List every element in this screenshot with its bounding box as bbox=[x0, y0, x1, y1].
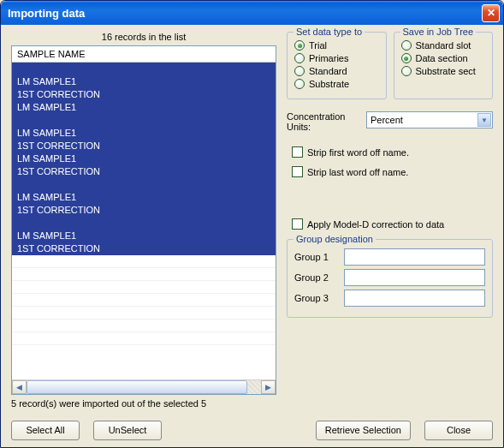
scroll-right-icon[interactable]: ▶ bbox=[261, 380, 276, 394]
list-item[interactable] bbox=[12, 63, 276, 75]
radio-icon bbox=[401, 53, 412, 63]
data-type-fieldset: Set data type to TrialPrimariesStandardS… bbox=[287, 32, 387, 99]
button-row: Select All UnSelect Retrieve Selection C… bbox=[11, 421, 493, 440]
list-header: SAMPLE NAME bbox=[12, 46, 276, 63]
list-item[interactable]: 1ST CORRECTION bbox=[12, 88, 276, 101]
radio-option[interactable]: Primaries bbox=[294, 53, 379, 63]
radio-label: Data section bbox=[416, 53, 468, 63]
window-title: Importing data bbox=[8, 7, 482, 20]
group-input[interactable] bbox=[344, 269, 485, 286]
list-item[interactable]: LM SAMPLE1 bbox=[12, 152, 276, 165]
list-item[interactable] bbox=[12, 255, 276, 268]
scroll-thumb[interactable] bbox=[27, 380, 247, 394]
list-item[interactable]: 1ST CORRECTION bbox=[12, 140, 276, 152]
strip-first-label: Strip first word off name. bbox=[307, 147, 409, 158]
radio-option[interactable]: Trial bbox=[294, 40, 379, 51]
concentration-value: Percent bbox=[371, 115, 403, 125]
list-item[interactable] bbox=[12, 307, 276, 320]
concentration-label: Concentration Units: bbox=[287, 111, 359, 132]
radio-icon bbox=[294, 79, 305, 89]
import-status-text: 5 record(s) were imported out of the sel… bbox=[11, 398, 276, 409]
data-type-legend: Set data type to bbox=[294, 27, 365, 37]
list-item[interactable]: LM SAMPLE1 bbox=[12, 230, 276, 242]
list-item[interactable]: LM SAMPLE1 bbox=[12, 75, 276, 88]
radio-option[interactable]: Standard slot bbox=[401, 40, 486, 51]
save-in-fieldset: Save in Job Tree Standard slotData secti… bbox=[394, 32, 494, 99]
close-button[interactable]: Close bbox=[424, 421, 493, 440]
radio-icon bbox=[294, 40, 305, 51]
radio-label: Standard bbox=[309, 66, 347, 76]
radio-label: Trial bbox=[309, 40, 327, 51]
group-label: Group 1 bbox=[294, 252, 339, 262]
left-panel: 16 records in the list SAMPLE NAME LM SA… bbox=[11, 32, 276, 409]
group-input[interactable] bbox=[344, 290, 485, 307]
radio-label: Primaries bbox=[309, 53, 348, 63]
group-label: Group 2 bbox=[294, 272, 339, 283]
list-item[interactable]: LM SAMPLE1 bbox=[12, 191, 276, 204]
strip-first-checkbox[interactable]: Strip first word off name. bbox=[292, 146, 493, 158]
right-panel: Set data type to TrialPrimariesStandardS… bbox=[287, 32, 493, 409]
content-area: 16 records in the list SAMPLE NAME LM SA… bbox=[1, 25, 503, 447]
retrieve-selection-button[interactable]: Retrieve Selection bbox=[316, 421, 411, 440]
importing-data-window: Importing data ✕ 16 records in the list … bbox=[0, 0, 504, 448]
scroll-track[interactable] bbox=[27, 380, 261, 394]
radio-icon bbox=[401, 66, 412, 76]
horizontal-scrollbar[interactable]: ◀ ▶ bbox=[12, 379, 276, 394]
group-row: Group 2 bbox=[294, 269, 485, 286]
apply-modeld-label: Apply Model-D correction to data bbox=[307, 219, 444, 230]
close-icon[interactable]: ✕ bbox=[482, 4, 500, 22]
radio-label: Standard slot bbox=[416, 40, 471, 51]
group-input[interactable] bbox=[344, 248, 485, 266]
list-item[interactable] bbox=[12, 217, 276, 230]
unselect-button[interactable]: UnSelect bbox=[93, 421, 162, 440]
concentration-row: Concentration Units: Percent ▼ bbox=[287, 111, 493, 132]
save-in-legend: Save in Job Tree bbox=[400, 27, 477, 37]
radio-label: Substrate sect bbox=[416, 66, 476, 76]
list-body[interactable]: LM SAMPLE11ST CORRECTIONLM SAMPLE1LM SAM… bbox=[12, 63, 276, 379]
radio-option[interactable]: Substrate sect bbox=[401, 66, 486, 76]
titlebar: Importing data ✕ bbox=[1, 1, 503, 25]
list-item[interactable] bbox=[12, 268, 276, 281]
list-item[interactable] bbox=[12, 114, 276, 127]
group-label: Group 3 bbox=[294, 293, 339, 303]
checkbox-icon bbox=[292, 218, 303, 230]
list-item[interactable] bbox=[12, 178, 276, 191]
radio-label: Substrate bbox=[309, 79, 349, 89]
checkbox-icon bbox=[292, 146, 303, 158]
group-legend: Group designation bbox=[294, 234, 376, 244]
list-item[interactable]: 1ST CORRECTION bbox=[12, 165, 276, 178]
group-row: Group 1 bbox=[294, 248, 485, 266]
record-count-label: 16 records in the list bbox=[11, 32, 276, 42]
radio-icon bbox=[294, 66, 305, 76]
list-item[interactable]: 1ST CORRECTION bbox=[12, 204, 276, 217]
list-item[interactable]: 1ST CORRECTION bbox=[12, 242, 276, 255]
radio-option[interactable]: Data section bbox=[401, 53, 486, 63]
chevron-down-icon[interactable]: ▼ bbox=[477, 113, 491, 127]
list-item[interactable] bbox=[12, 294, 276, 307]
radio-icon bbox=[401, 40, 412, 51]
group-row: Group 3 bbox=[294, 290, 485, 307]
group-designation-fieldset: Group designation Group 1Group 2Group 3 bbox=[287, 239, 493, 318]
list-item[interactable] bbox=[12, 332, 276, 345]
apply-modeld-checkbox[interactable]: Apply Model-D correction to data bbox=[292, 218, 493, 230]
strip-last-label: Strip last word off name. bbox=[307, 167, 408, 177]
radio-icon bbox=[294, 53, 305, 63]
list-item[interactable]: LM SAMPLE1 bbox=[12, 127, 276, 140]
radio-option[interactable]: Substrate bbox=[294, 79, 379, 89]
strip-last-checkbox[interactable]: Strip last word off name. bbox=[292, 166, 493, 177]
checkbox-icon bbox=[292, 166, 303, 177]
radio-option[interactable]: Standard bbox=[294, 66, 379, 76]
sample-listbox[interactable]: SAMPLE NAME LM SAMPLE11ST CORRECTIONLM S… bbox=[11, 45, 276, 395]
list-item[interactable] bbox=[12, 320, 276, 332]
select-all-button[interactable]: Select All bbox=[11, 421, 80, 440]
list-item[interactable] bbox=[12, 281, 276, 294]
scroll-left-icon[interactable]: ◀ bbox=[12, 380, 27, 394]
list-item[interactable]: LM SAMPLE1 bbox=[12, 101, 276, 114]
concentration-units-select[interactable]: Percent ▼ bbox=[366, 111, 493, 128]
